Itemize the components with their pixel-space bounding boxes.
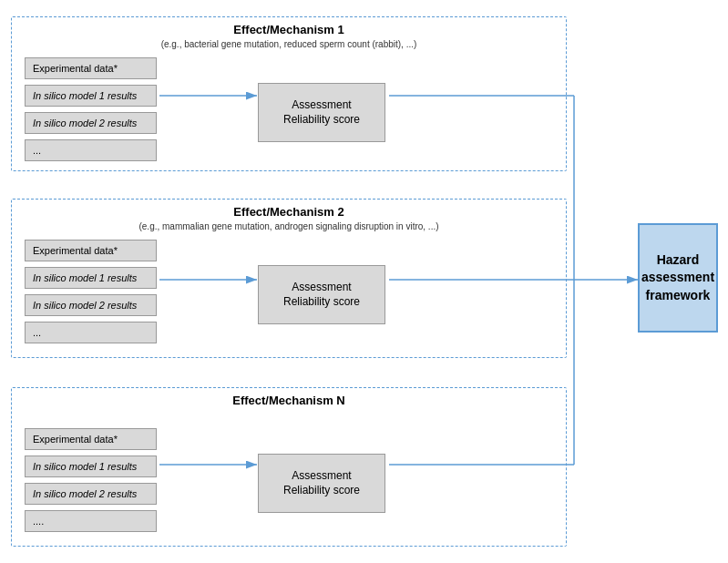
mN-input3: In silico model 2 results [25, 483, 157, 505]
m2-input2: In silico model 1 results [25, 267, 157, 289]
mechanism2-title: Effect/Mechanism 2 [12, 205, 566, 219]
mechanism2-subtitle: (e.g., mammalian gene mutation, androgen… [12, 221, 566, 231]
m1-input3: In silico model 2 results [25, 112, 157, 134]
hazard-assessment-box: Hazard assessment framework [638, 223, 718, 333]
m1-score-box: AssessmentReliability score [258, 83, 385, 142]
mN-input4: .... [25, 510, 157, 532]
m2-input3: In silico model 2 results [25, 294, 157, 316]
mN-input2: In silico model 1 results [25, 456, 157, 477]
mechanismN-title: Effect/Mechanism N [12, 394, 566, 407]
mechanism1-section: Effect/Mechanism 1 (e.g., bacterial gene… [11, 16, 567, 171]
diagram-container: Effect/Mechanism 1 (e.g., bacterial gene… [0, 0, 728, 563]
m2-input1: Experimental data* [25, 240, 157, 261]
m1-input4: ... [25, 139, 157, 161]
mechanism2-section: Effect/Mechanism 2 (e.g., mammalian gene… [11, 199, 567, 358]
m2-score-box: AssessmentReliability score [258, 265, 385, 324]
m2-input4: ... [25, 322, 157, 343]
m1-input1: Experimental data* [25, 57, 157, 79]
mechanismN-section: Effect/Mechanism N Experimental data* In… [11, 387, 567, 547]
mN-score-box: AssessmentReliability score [258, 454, 385, 513]
m1-input2: In silico model 1 results [25, 85, 157, 107]
mechanism1-title: Effect/Mechanism 1 [12, 23, 566, 36]
mechanism1-subtitle: (e.g., bacterial gene mutation, reduced … [12, 39, 566, 49]
mN-input1: Experimental data* [25, 428, 157, 450]
